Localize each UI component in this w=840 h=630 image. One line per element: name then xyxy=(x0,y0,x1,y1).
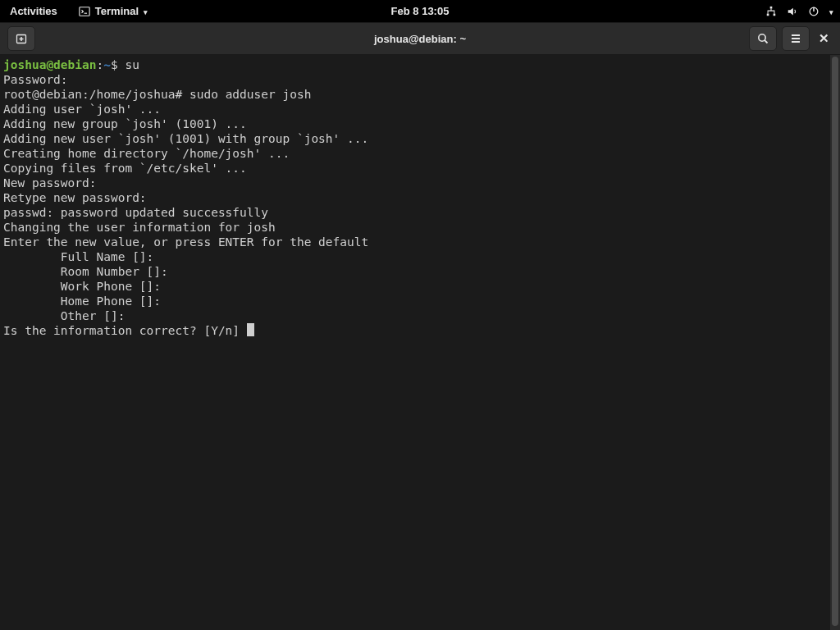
svg-rect-1 xyxy=(770,6,773,8)
cmd-adduser: sudo adduser josh xyxy=(189,88,311,101)
power-icon[interactable] xyxy=(808,6,819,17)
chevron-down-icon: ▾ xyxy=(144,8,148,16)
svg-rect-2 xyxy=(767,13,769,16)
clock-label: Feb 8 13:05 xyxy=(391,5,450,17)
line-retype-password: Retype new password: xyxy=(3,191,153,204)
activities-button[interactable]: Activities xyxy=(7,5,61,17)
svg-rect-0 xyxy=(80,7,89,16)
svg-point-9 xyxy=(759,34,765,41)
root-prompt: root@debian:/home/joshua# xyxy=(3,88,189,101)
prompt-path: ~ xyxy=(103,58,111,71)
window-title: joshua@debian: ~ xyxy=(374,33,466,45)
close-icon: ✕ xyxy=(819,31,829,45)
svg-line-10 xyxy=(765,40,767,43)
volume-icon[interactable] xyxy=(787,6,798,17)
line-passwd-updated: passwd: password updated successfully xyxy=(3,206,268,219)
new-tab-button[interactable] xyxy=(7,26,35,51)
terminal-app-icon xyxy=(79,6,90,17)
workspace: joshua@debian: ~ ✕ joshua@debian:~ xyxy=(0,22,840,630)
line-full-name: Full Name []: xyxy=(3,250,161,263)
line-creating-home: Creating home directory `/home/josh' ... xyxy=(3,147,290,160)
prompt-user-host: joshua@debian xyxy=(3,58,97,71)
line-adding-group: Adding new group `josh' (1001) ... xyxy=(3,117,247,130)
search-button[interactable] xyxy=(749,26,777,51)
line-confirm: Is the information correct? [Y/n] xyxy=(3,324,247,337)
terminal-viewport[interactable]: joshua@debian:~$ su Password: root@debia… xyxy=(0,55,840,630)
line-adding-user: Adding user `josh' ... xyxy=(3,103,161,116)
new-tab-icon xyxy=(15,32,28,45)
system-menu-chevron-icon[interactable]: ▾ xyxy=(829,8,833,16)
line-home-phone: Home Phone []: xyxy=(3,294,168,308)
network-icon[interactable] xyxy=(765,6,777,17)
terminal-text: joshua@debian:~$ su Password: root@debia… xyxy=(0,55,840,340)
terminal-scrollbar[interactable] xyxy=(830,55,840,630)
line-other: Other []: xyxy=(3,309,132,322)
search-icon xyxy=(756,32,769,45)
prompt-sigil: $ xyxy=(111,58,125,71)
window-headerbar: joshua@debian: ~ ✕ xyxy=(0,22,840,55)
terminal-cursor xyxy=(247,323,254,336)
gnome-top-bar: Activities Terminal ▾ Feb 8 13:05 xyxy=(0,0,840,22)
hamburger-icon xyxy=(789,32,802,45)
close-window-button[interactable]: ✕ xyxy=(812,31,835,46)
line-enter-new-value: Enter the new value, or press ENTER for … xyxy=(3,235,368,249)
app-menu-label: Terminal xyxy=(95,5,139,17)
app-menu-terminal[interactable]: Terminal ▾ xyxy=(75,5,151,17)
line-new-password: New password: xyxy=(3,176,103,189)
svg-rect-3 xyxy=(774,13,776,16)
activities-label: Activities xyxy=(10,5,57,17)
hamburger-menu-button[interactable] xyxy=(782,26,810,51)
clock-menu[interactable]: Feb 8 13:05 xyxy=(388,5,453,17)
cmd-su: su xyxy=(125,58,139,71)
line-adding-new-user: Adding new user `josh' (1001) with group… xyxy=(3,132,368,145)
prompt-sep: : xyxy=(97,58,104,71)
line-password: Password: xyxy=(3,73,75,86)
line-changing-info: Changing the user information for josh xyxy=(3,221,276,234)
line-work-phone: Work Phone []: xyxy=(3,280,168,293)
line-copying-files: Copying files from `/etc/skel' ... xyxy=(3,162,247,175)
line-room-number: Room Number []: xyxy=(3,265,176,278)
scrollbar-thumb[interactable] xyxy=(832,57,838,626)
